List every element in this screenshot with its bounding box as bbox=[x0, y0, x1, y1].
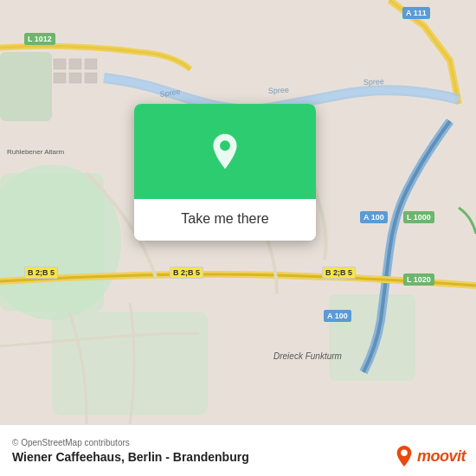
bottom-bar: © OpenStreetMap contributors Wiener Caff… bbox=[0, 424, 476, 476]
dreieck-label: Dreieck Funkturm bbox=[273, 351, 342, 361]
moovit-logo: moovit bbox=[395, 445, 466, 467]
road-label-a100-right: A 100 bbox=[360, 211, 388, 223]
road-label-b2b5-left: B 2;B 5 bbox=[24, 267, 58, 279]
svg-rect-10 bbox=[85, 59, 97, 69]
svg-rect-5 bbox=[0, 52, 52, 121]
svg-point-17 bbox=[401, 450, 407, 456]
svg-text:Spree: Spree bbox=[363, 77, 384, 87]
map-container: Ruhlebener Altarm Spree Spree Spree L 10… bbox=[0, 0, 476, 424]
road-label-a100-bottom: A 100 bbox=[324, 310, 351, 322]
svg-rect-9 bbox=[69, 73, 81, 83]
popup-button-area: Take me there bbox=[134, 199, 316, 241]
svg-rect-8 bbox=[54, 73, 66, 83]
moovit-text: moovit bbox=[417, 447, 466, 466]
road-label-b2b5-right: B 2;B 5 bbox=[322, 267, 356, 279]
take-me-there-button[interactable]: Take me there bbox=[146, 208, 304, 230]
popup-green-area bbox=[134, 104, 316, 199]
road-label-b2b5-mid: B 2;B 5 bbox=[170, 267, 203, 279]
road-label-l1020: L 1020 bbox=[403, 273, 434, 286]
svg-point-16 bbox=[220, 140, 230, 151]
svg-rect-6 bbox=[54, 59, 66, 69]
moovit-pin-icon bbox=[395, 445, 414, 467]
road-label-a111: A 111 bbox=[402, 7, 430, 19]
popup-card: Take me there bbox=[134, 104, 316, 241]
svg-rect-2 bbox=[0, 173, 104, 312]
location-pin-icon bbox=[206, 132, 244, 170]
svg-rect-7 bbox=[69, 59, 81, 69]
svg-rect-11 bbox=[85, 73, 97, 83]
road-label-l1000: L 1000 bbox=[403, 211, 434, 223]
road-label-l1012: L 1012 bbox=[24, 33, 55, 45]
svg-rect-3 bbox=[329, 294, 415, 381]
svg-text:Spree: Spree bbox=[268, 86, 290, 95]
svg-text:Ruhlebener Altarm: Ruhlebener Altarm bbox=[7, 148, 65, 156]
